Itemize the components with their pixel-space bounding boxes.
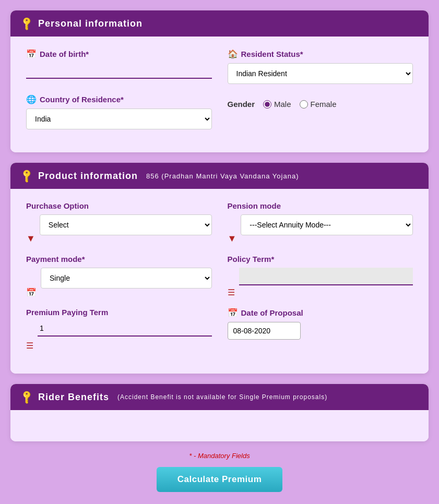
payment-mode-select[interactable]: Single Regular bbox=[41, 268, 212, 289]
purchase-option-select[interactable]: Select Purchase Price Pension Amount bbox=[40, 214, 212, 235]
policy-term-input[interactable] bbox=[239, 268, 413, 285]
personal-information-section: 🔑 Personal information 📅 Date of birth* … bbox=[10, 10, 429, 152]
premium-paying-term-label: Premium Paying Term bbox=[26, 308, 212, 317]
house-icon: 🏠 bbox=[228, 49, 238, 59]
key-icon-3: 🔑 bbox=[19, 389, 35, 405]
resident-status-group: 🏠 Resident Status* Indian Resident NRI P… bbox=[228, 49, 413, 84]
premium-paying-term-group: Premium Paying Term ☰ bbox=[26, 308, 212, 351]
filter-icon-purchase: ▼ bbox=[26, 233, 35, 244]
calculate-premium-button[interactable]: Calculate Premium bbox=[157, 467, 283, 492]
gender-female-label: Female bbox=[311, 100, 337, 109]
calendar-icon-payment: 📅 bbox=[26, 287, 37, 297]
gender-group: Gender Male Female bbox=[228, 94, 413, 129]
gender-male-radio[interactable] bbox=[263, 100, 271, 109]
rider-section-title: Rider Benefits bbox=[38, 392, 109, 403]
purchase-option-label: Purchase Option bbox=[26, 201, 212, 210]
list-icon-policy: ☰ bbox=[228, 287, 235, 297]
product-section-subtitle: 856 (Pradhan Mantri Vaya Vandana Yojana) bbox=[146, 172, 299, 180]
product-section-title: Product information bbox=[38, 171, 138, 182]
gender-label: Gender bbox=[228, 100, 255, 109]
footer: * - Mandatory Fields Calculate Premium bbox=[10, 452, 429, 492]
gender-male-option[interactable]: Male bbox=[263, 100, 291, 109]
product-row-1: Purchase Option ▼ Select Purchase Price … bbox=[26, 201, 413, 244]
payment-mode-filter-row: 📅 Single Regular bbox=[26, 268, 212, 297]
pension-mode-group: Pension mode ▼ ---Select Annuity Mode---… bbox=[228, 201, 413, 244]
dob-input[interactable] bbox=[26, 63, 212, 79]
personal-section-title: Personal information bbox=[38, 18, 143, 29]
policy-term-label: Policy Term* bbox=[228, 255, 413, 263]
key-icon-2: 🔑 bbox=[19, 167, 35, 184]
pension-mode-filter-row: ▼ ---Select Annuity Mode--- Monthly Quar… bbox=[228, 214, 413, 244]
date-of-proposal-label: 📅 Date of Proposal bbox=[228, 308, 413, 318]
purchase-option-filter-row: ▼ Select Purchase Price Pension Amount bbox=[26, 214, 212, 244]
personal-section-header: 🔑 Personal information bbox=[10, 10, 429, 37]
calendar-icon-proposal: 📅 bbox=[228, 308, 238, 318]
purchase-option-group: Purchase Option ▼ Select Purchase Price … bbox=[26, 201, 212, 244]
country-group: 🌐 Country of Residence* India USA UK Oth… bbox=[26, 94, 212, 129]
list-icon-premium: ☰ bbox=[26, 341, 33, 351]
payment-mode-label: Payment mode* bbox=[26, 255, 212, 263]
dob-label: 📅 Date of birth* bbox=[26, 49, 212, 59]
dob-group: 📅 Date of birth* bbox=[26, 49, 212, 84]
calendar-icon: 📅 bbox=[26, 49, 37, 59]
pension-mode-label: Pension mode bbox=[228, 201, 413, 210]
rider-section-subtitle: (Accident Benefit is not available for S… bbox=[117, 393, 327, 401]
mandatory-note: * - Mandatory Fields bbox=[10, 452, 429, 460]
personal-section-body: 📅 Date of birth* 🏠 Resident Status* Indi… bbox=[10, 37, 429, 152]
key-icon: 🔑 bbox=[19, 15, 35, 32]
gender-female-radio[interactable] bbox=[300, 100, 308, 109]
rider-section-body bbox=[10, 410, 429, 441]
product-section-header: 🔑 Product information 856 (Pradhan Mantr… bbox=[10, 163, 429, 189]
product-section-body: Purchase Option ▼ Select Purchase Price … bbox=[10, 189, 429, 374]
policy-term-filter-row: ☰ bbox=[228, 268, 413, 297]
resident-status-label: 🏠 Resident Status* bbox=[228, 49, 413, 59]
rider-section-header: 🔑 Rider Benefits (Accident Benefit is no… bbox=[10, 384, 429, 410]
personal-row-2: 🌐 Country of Residence* India USA UK Oth… bbox=[26, 94, 413, 129]
globe-icon: 🌐 bbox=[26, 94, 37, 104]
personal-row-1: 📅 Date of birth* 🏠 Resident Status* Indi… bbox=[26, 49, 413, 84]
premium-paying-term-input[interactable] bbox=[38, 321, 212, 337]
product-row-2: Payment mode* 📅 Single Regular Policy Te… bbox=[26, 255, 413, 297]
gender-female-option[interactable]: Female bbox=[300, 100, 337, 109]
pension-mode-select[interactable]: ---Select Annuity Mode--- Monthly Quarte… bbox=[241, 214, 413, 235]
calculate-button-wrapper: Calculate Premium bbox=[10, 467, 429, 492]
product-information-section: 🔑 Product information 856 (Pradhan Mantr… bbox=[10, 163, 429, 374]
date-of-proposal-group: 📅 Date of Proposal bbox=[228, 308, 413, 351]
country-select[interactable]: India USA UK Other bbox=[26, 109, 212, 129]
policy-term-group: Policy Term* ☰ bbox=[228, 255, 413, 297]
resident-status-select[interactable]: Indian Resident NRI PIO bbox=[228, 63, 413, 84]
rider-benefits-section: 🔑 Rider Benefits (Accident Benefit is no… bbox=[10, 384, 429, 441]
payment-mode-group: Payment mode* 📅 Single Regular bbox=[26, 255, 212, 297]
premium-paying-term-filter-row: ☰ bbox=[26, 321, 212, 351]
product-row-3: Premium Paying Term ☰ 📅 Date of Proposal bbox=[26, 308, 413, 351]
country-label: 🌐 Country of Residence* bbox=[26, 94, 212, 104]
filter-icon-pension: ▼ bbox=[228, 233, 237, 244]
gender-options: Gender Male Female bbox=[228, 94, 413, 109]
date-of-proposal-input[interactable] bbox=[228, 322, 301, 340]
gender-male-label: Male bbox=[274, 100, 291, 109]
